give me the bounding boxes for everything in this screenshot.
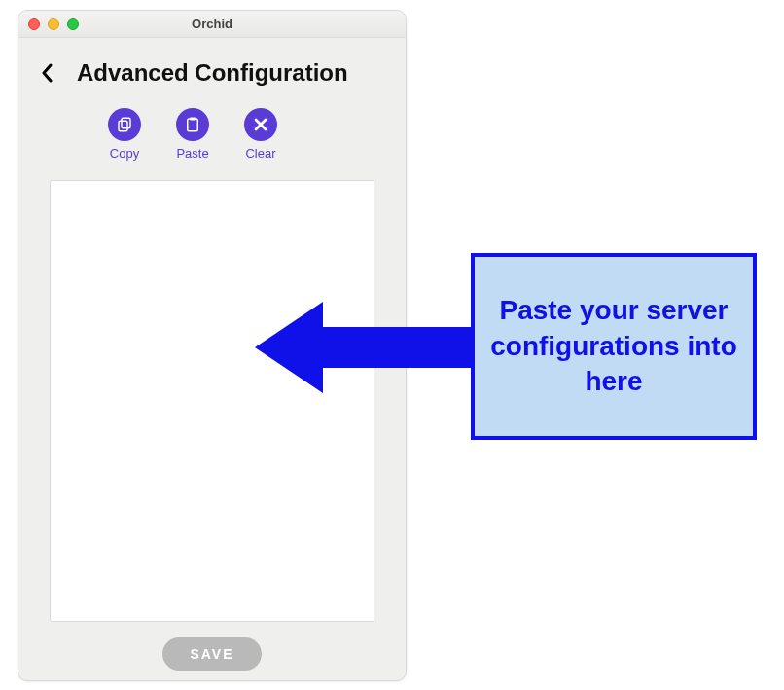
copy-label: Copy <box>110 146 139 161</box>
header-row: Advanced Configuration <box>32 59 392 94</box>
config-textarea[interactable] <box>50 180 374 622</box>
paste-label: Paste <box>176 146 208 161</box>
save-button[interactable]: SAVE <box>162 637 261 671</box>
annotation-text: Paste your server configurations into he… <box>488 293 739 399</box>
paste-button[interactable]: Paste <box>176 108 209 161</box>
copy-button[interactable]: Copy <box>108 108 141 161</box>
clear-label: Clear <box>245 146 275 161</box>
svg-rect-2 <box>188 119 198 131</box>
traffic-lights <box>18 18 79 30</box>
back-button[interactable] <box>36 61 59 85</box>
textarea-wrap <box>32 174 392 626</box>
app-window: Orchid Advanced Configuration Copy <box>18 10 407 681</box>
annotation-callout: Paste your server configurations into he… <box>471 253 757 440</box>
action-row: Copy Paste Clear <box>32 94 392 174</box>
svg-rect-3 <box>190 118 196 121</box>
content-area: Advanced Configuration Copy <box>18 38 406 681</box>
titlebar[interactable]: Orchid <box>18 11 406 38</box>
window-minimize-button[interactable] <box>48 18 59 30</box>
window-maximize-button[interactable] <box>67 18 79 30</box>
page-title: Advanced Configuration <box>77 59 348 87</box>
clear-button[interactable]: Clear <box>244 108 277 161</box>
chevron-left-icon <box>40 63 55 83</box>
save-row: SAVE <box>32 626 392 671</box>
svg-rect-0 <box>122 118 130 128</box>
close-icon <box>244 108 277 141</box>
paste-icon <box>176 108 209 141</box>
window-close-button[interactable] <box>28 18 40 30</box>
copy-icon <box>108 108 141 141</box>
svg-rect-1 <box>119 121 127 131</box>
